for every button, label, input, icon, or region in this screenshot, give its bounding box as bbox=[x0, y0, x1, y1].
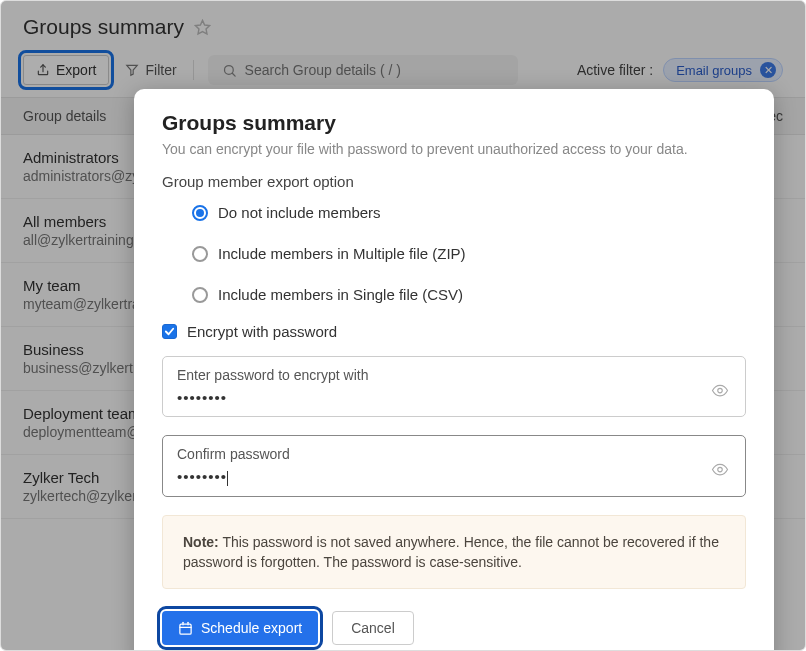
radio-icon bbox=[192, 287, 208, 303]
radio-label: Do not include members bbox=[218, 204, 381, 221]
modal-subtitle: You can encrypt your file with password … bbox=[162, 141, 746, 157]
modal-title: Groups summary bbox=[162, 111, 746, 135]
export-option-radio[interactable]: Include members in Single file (CSV) bbox=[162, 286, 746, 303]
text-caret bbox=[227, 471, 228, 486]
schedule-export-button[interactable]: Schedule export bbox=[162, 611, 318, 645]
eye-icon[interactable] bbox=[711, 460, 729, 478]
radio-label: Include members in Single file (CSV) bbox=[218, 286, 463, 303]
schedule-export-label: Schedule export bbox=[201, 620, 302, 636]
note-title: Note: bbox=[183, 534, 219, 550]
cancel-button[interactable]: Cancel bbox=[332, 611, 414, 645]
export-option-radio[interactable]: Include members in Multiple file (ZIP) bbox=[162, 245, 746, 262]
password-field-value: •••••••• bbox=[177, 389, 731, 406]
confirm-password-label: Confirm password bbox=[177, 446, 731, 462]
radio-icon bbox=[192, 246, 208, 262]
eye-icon[interactable] bbox=[711, 381, 729, 399]
encrypt-label: Encrypt with password bbox=[187, 323, 337, 340]
export-option-label: Group member export option bbox=[162, 173, 746, 190]
svg-point-5 bbox=[718, 467, 723, 472]
radio-icon bbox=[192, 205, 208, 221]
svg-point-4 bbox=[718, 388, 723, 393]
encrypt-checkbox-row[interactable]: Encrypt with password bbox=[162, 323, 746, 340]
confirm-password-value: •••••••• bbox=[177, 468, 731, 486]
password-field-label: Enter password to encrypt with bbox=[177, 367, 731, 383]
radio-label: Include members in Multiple file (ZIP) bbox=[218, 245, 466, 262]
checkbox-icon bbox=[162, 324, 177, 339]
calendar-icon bbox=[178, 621, 193, 636]
svg-rect-6 bbox=[180, 624, 191, 634]
cancel-label: Cancel bbox=[351, 620, 395, 636]
note-body: This password is not saved anywhere. Hen… bbox=[183, 534, 719, 570]
export-modal: Groups summary You can encrypt your file… bbox=[134, 89, 774, 651]
password-field[interactable]: Enter password to encrypt with •••••••• bbox=[162, 356, 746, 417]
export-option-radio[interactable]: Do not include members bbox=[162, 204, 746, 221]
note-box: Note: This password is not saved anywher… bbox=[162, 515, 746, 590]
confirm-password-field[interactable]: Confirm password •••••••• bbox=[162, 435, 746, 497]
